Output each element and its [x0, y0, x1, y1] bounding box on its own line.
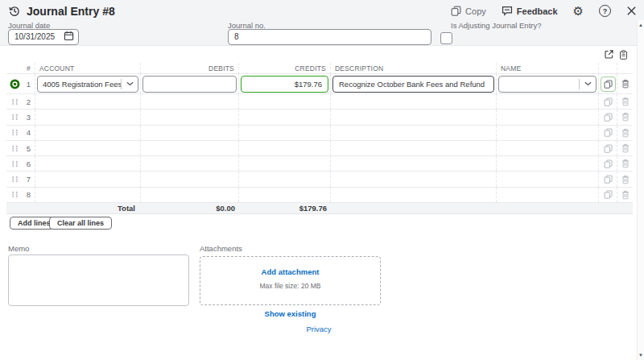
settings-gear-icon[interactable]: ⚙ [573, 5, 584, 17]
duplicate-row-icon[interactable] [604, 113, 613, 122]
delete-row-icon[interactable] [621, 112, 630, 122]
description-cell[interactable] [331, 156, 497, 171]
account-cell[interactable] [35, 126, 141, 140]
add-attachment-link[interactable]: Add attachment [262, 267, 320, 276]
description-cell[interactable] [331, 172, 497, 186]
debits-input[interactable] [142, 76, 237, 93]
drag-handle-icon[interactable] [11, 129, 19, 136]
grid-actions [605, 50, 628, 60]
feedback-button[interactable]: Feedback [502, 6, 558, 16]
duplicate-row-icon[interactable] [601, 77, 616, 92]
delete-row-icon[interactable] [621, 97, 630, 106]
help-icon[interactable]: ? [599, 5, 611, 17]
calendar-icon[interactable] [64, 31, 74, 41]
clipboard-icon[interactable] [619, 50, 628, 60]
description-cell[interactable] [331, 141, 497, 155]
account-cell[interactable] [35, 110, 141, 124]
delete-row-icon[interactable] [621, 175, 630, 184]
duplicate-row-icon[interactable] [604, 128, 613, 137]
delete-row-icon[interactable] [621, 190, 630, 200]
account-cell[interactable] [35, 156, 141, 171]
duplicate-row-icon[interactable] [604, 175, 613, 184]
account-cell[interactable] [35, 141, 141, 155]
vertical-scrollbar[interactable]: ▲ ▼ [637, 20, 644, 360]
total-label: Total [35, 203, 141, 213]
debits-cell[interactable] [141, 156, 239, 171]
duplicate-row-icon[interactable] [604, 159, 613, 168]
journal-lines-table: # ACCOUNT DEBITS CREDITS DESCRIPTION NAM… [6, 63, 633, 214]
debits-cell[interactable] [141, 172, 239, 186]
attachment-dropzone[interactable]: Add attachment Max file size: 20 MB [200, 256, 381, 305]
credits-input[interactable] [241, 76, 328, 93]
drag-handle-icon[interactable] [11, 145, 19, 152]
privacy-link[interactable]: Privacy [279, 325, 359, 333]
scroll-down-arrow-icon[interactable]: ▼ [638, 353, 644, 358]
description-cell[interactable] [331, 188, 497, 202]
account-cell[interactable] [35, 188, 141, 202]
copy-button[interactable]: Copy [451, 6, 486, 16]
delete-row-icon[interactable] [621, 143, 630, 153]
credits-cell[interactable] [239, 188, 331, 202]
drag-handle-icon[interactable] [11, 114, 19, 121]
drag-handle-icon[interactable] [11, 98, 19, 106]
clear-all-lines-button[interactable]: Clear all lines [49, 217, 112, 230]
credits-cell[interactable] [239, 110, 331, 124]
duplicate-row-icon[interactable] [604, 144, 613, 153]
adjusting-label: Is Adjusting Journal Entry? [451, 21, 541, 30]
drag-handle-icon[interactable] [11, 191, 19, 198]
adjusting-checkbox[interactable] [440, 32, 452, 44]
duplicate-row-icon[interactable] [604, 97, 613, 106]
attachments-label: Attachments [200, 244, 242, 253]
chevron-down-icon [579, 79, 596, 89]
description-cell[interactable] [331, 94, 497, 109]
duplicate-row-icon[interactable] [604, 190, 613, 199]
scroll-up-arrow-icon[interactable]: ▲ [638, 23, 644, 27]
show-existing-link[interactable]: Show existing [200, 309, 381, 318]
account-select[interactable]: 4005 Registration Fees [37, 76, 138, 93]
row-number: 2 [27, 97, 31, 106]
table-row: 6 [6, 156, 633, 172]
debits-cell[interactable] [141, 126, 239, 140]
row-number: 8 [27, 190, 31, 199]
drag-handle-icon[interactable] [11, 160, 19, 168]
account-cell[interactable] [35, 94, 141, 109]
name-cell[interactable] [497, 156, 599, 171]
close-icon[interactable] [626, 6, 637, 16]
name-cell[interactable] [497, 94, 599, 109]
description-cell[interactable] [331, 110, 497, 124]
debits-cell[interactable] [141, 110, 239, 124]
delete-row-icon[interactable] [621, 159, 630, 168]
table-row: 1 4005 Registration Fees [6, 74, 633, 94]
delete-row-icon[interactable] [621, 79, 630, 89]
col-header-num: # [23, 63, 35, 74]
name-select[interactable] [498, 76, 597, 93]
total-debits: $0.00 [141, 203, 239, 213]
debits-cell[interactable] [141, 94, 239, 109]
memo-input[interactable] [8, 254, 189, 306]
name-cell[interactable] [497, 172, 599, 186]
name-cell[interactable] [497, 110, 599, 124]
name-cell[interactable] [497, 126, 599, 140]
credits-cell[interactable] [239, 141, 331, 155]
drag-handle-icon[interactable] [11, 176, 19, 183]
row-number: 1 [27, 80, 31, 89]
credits-cell[interactable] [239, 172, 331, 186]
account-cell[interactable] [35, 172, 141, 186]
credits-cell[interactable] [239, 126, 331, 140]
edit-grid-icon[interactable] [605, 50, 613, 59]
credits-cell[interactable] [239, 156, 331, 171]
debits-cell[interactable] [141, 188, 239, 202]
description-input[interactable] [332, 76, 494, 93]
active-row-indicator-icon[interactable] [10, 79, 20, 89]
name-cell[interactable] [497, 188, 599, 202]
debits-cell[interactable] [141, 141, 239, 155]
memo-label: Memo [8, 244, 29, 253]
name-cell[interactable] [497, 141, 599, 155]
history-clock-icon[interactable] [8, 5, 21, 18]
credits-cell[interactable] [239, 94, 331, 109]
journal-no-input[interactable] [228, 29, 431, 45]
delete-row-icon[interactable] [621, 128, 630, 138]
table-row: 3 [6, 110, 633, 125]
description-cell[interactable] [331, 126, 497, 140]
col-header-account: ACCOUNT [35, 63, 141, 74]
